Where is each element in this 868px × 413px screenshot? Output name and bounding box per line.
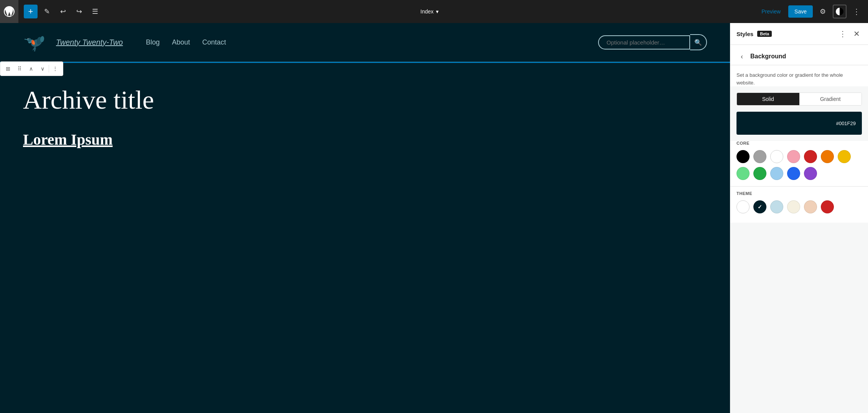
- save-button[interactable]: Save: [788, 5, 813, 18]
- color-swatch-gray[interactable]: [753, 150, 766, 163]
- color-swatch-green[interactable]: [753, 167, 766, 180]
- panel-header-right: ⋮ ✕: [837, 28, 862, 39]
- site-logo: [23, 31, 50, 54]
- color-preview[interactable]: #001F29: [736, 112, 862, 135]
- toolbar-right: Preview Save ⚙ ⋮: [757, 5, 863, 18]
- vertical-dots-icon: ⋮: [839, 29, 847, 38]
- gear-icon: ⚙: [820, 7, 826, 16]
- plus-icon: +: [28, 7, 33, 17]
- core-section-label: CORE: [736, 141, 862, 145]
- list-view-button[interactable]: ☰: [88, 5, 102, 18]
- theme-section-label: THEME: [736, 191, 862, 196]
- color-swatch-blue[interactable]: [787, 167, 800, 180]
- vertical-dots-icon: ⋮: [853, 7, 860, 16]
- back-navigation: ‹ Background: [730, 45, 868, 65]
- background-section-title: Background: [750, 53, 786, 60]
- contrast-toggle-button[interactable]: [833, 5, 847, 18]
- contrast-icon: [836, 8, 843, 15]
- chevron-up-icon: ∧: [29, 66, 33, 72]
- preview-button[interactable]: Preview: [757, 6, 785, 17]
- site-search: 🔍: [598, 34, 707, 50]
- color-swatch-theme-white[interactable]: [736, 200, 750, 213]
- divider: [49, 65, 49, 73]
- archive-title: Archive title: [23, 85, 707, 115]
- core-colors-section: CORE THEME: [730, 141, 868, 223]
- color-swatch-theme-cream[interactable]: [787, 200, 800, 213]
- drag-icon: ⠿: [18, 66, 21, 72]
- color-swatch-theme-cyan[interactable]: [770, 200, 783, 213]
- color-swatch-orange[interactable]: [821, 150, 834, 163]
- color-swatch-pink-light[interactable]: [787, 150, 800, 163]
- solid-toggle-button[interactable]: Solid: [737, 93, 799, 105]
- toolbar-center: Index ▾: [104, 6, 755, 17]
- color-swatch-red[interactable]: [804, 150, 817, 163]
- canvas-content: Archive title Lorem Ipsum: [0, 62, 730, 172]
- search-input[interactable]: [598, 35, 690, 50]
- chevron-down-icon: ∨: [41, 66, 44, 72]
- beta-badge: Beta: [757, 31, 772, 37]
- block-more-button[interactable]: ⋮: [50, 63, 61, 74]
- canvas-area: Twenty Twenty-Two Blog About Contact 🔍 ⊞…: [0, 23, 730, 413]
- color-swatch-theme-red[interactable]: [821, 200, 834, 213]
- divider: [730, 186, 868, 187]
- select-icon: ⊞: [6, 66, 10, 72]
- color-swatch-black[interactable]: [736, 150, 750, 163]
- color-swatch-blue-light[interactable]: [770, 167, 783, 180]
- redo-icon: ↪: [76, 7, 82, 16]
- page-selector[interactable]: Index ▾: [417, 6, 442, 17]
- wp-icon: [4, 6, 15, 17]
- lorem-ipsum-link[interactable]: Lorem Ipsum: [23, 131, 113, 148]
- search-button[interactable]: 🔍: [690, 34, 707, 50]
- site-title[interactable]: Twenty Twenty-Two: [56, 38, 123, 47]
- back-button[interactable]: ‹: [736, 51, 747, 62]
- list-icon: ☰: [92, 7, 98, 16]
- site-logo-area[interactable]: Twenty Twenty-Two: [23, 31, 123, 54]
- search-icon: 🔍: [694, 39, 702, 46]
- color-type-toggle: Solid Gradient: [736, 93, 862, 106]
- undo-icon: ↩: [60, 7, 66, 16]
- pencil-icon: ✎: [44, 7, 50, 16]
- toolbar: + ✎ ↩ ↪ ☰ Index ▾ Preview Save ⚙ ⋮: [0, 0, 868, 23]
- panel-title: Styles: [736, 31, 753, 37]
- panel-close-button[interactable]: ✕: [851, 28, 862, 39]
- right-panel: Styles Beta ⋮ ✕ ‹ Background: [730, 23, 868, 413]
- settings-button[interactable]: ⚙: [816, 5, 830, 18]
- block-select-button[interactable]: ⊞: [3, 63, 13, 74]
- chevron-down-icon: ▾: [436, 8, 439, 15]
- site-nav: Blog About Contact: [146, 38, 226, 46]
- theme-color-grid: [736, 200, 862, 213]
- toolbar-more-button[interactable]: ⋮: [850, 5, 863, 18]
- back-arrow-icon: ‹: [741, 53, 743, 61]
- add-block-button[interactable]: +: [24, 5, 38, 18]
- edit-tool-button[interactable]: ✎: [40, 5, 54, 18]
- block-move-up-button[interactable]: ∧: [26, 63, 36, 74]
- block-move-down-button[interactable]: ∨: [37, 63, 48, 74]
- nav-contact[interactable]: Contact: [202, 38, 226, 46]
- close-icon: ✕: [853, 29, 860, 38]
- nav-blog[interactable]: Blog: [146, 38, 159, 46]
- block-controls: ⊞ ⠿ ∧ ∨ ⋮: [0, 61, 63, 76]
- color-swatch-theme-peach[interactable]: [804, 200, 817, 213]
- core-color-grid: [736, 150, 862, 180]
- hummingbird-icon: [23, 31, 50, 54]
- panel-more-button[interactable]: ⋮: [837, 28, 848, 39]
- nav-about[interactable]: About: [172, 38, 190, 46]
- svg-point-4: [28, 38, 28, 39]
- background-description: Set a background color or gradient for t…: [730, 65, 868, 86]
- color-swatch-white[interactable]: [770, 150, 783, 163]
- page-name-label: Index: [421, 8, 434, 15]
- vertical-dots-icon: ⋮: [53, 66, 58, 72]
- color-swatch-theme-dark[interactable]: [753, 200, 766, 213]
- wp-logo[interactable]: [0, 0, 18, 23]
- redo-button[interactable]: ↪: [72, 5, 86, 18]
- panel-header: Styles Beta ⋮ ✕: [730, 23, 868, 45]
- main-layout: Twenty Twenty-Two Blog About Contact 🔍 ⊞…: [0, 23, 868, 413]
- color-swatch-green-light[interactable]: [736, 167, 750, 180]
- block-drag-button[interactable]: ⠿: [14, 63, 25, 74]
- site-header: Twenty Twenty-Two Blog About Contact 🔍: [0, 23, 730, 62]
- color-hex-value: #001F29: [836, 121, 856, 126]
- gradient-toggle-button[interactable]: Gradient: [799, 93, 862, 105]
- color-swatch-purple[interactable]: [804, 167, 817, 180]
- undo-button[interactable]: ↩: [56, 5, 70, 18]
- color-swatch-yellow[interactable]: [838, 150, 851, 163]
